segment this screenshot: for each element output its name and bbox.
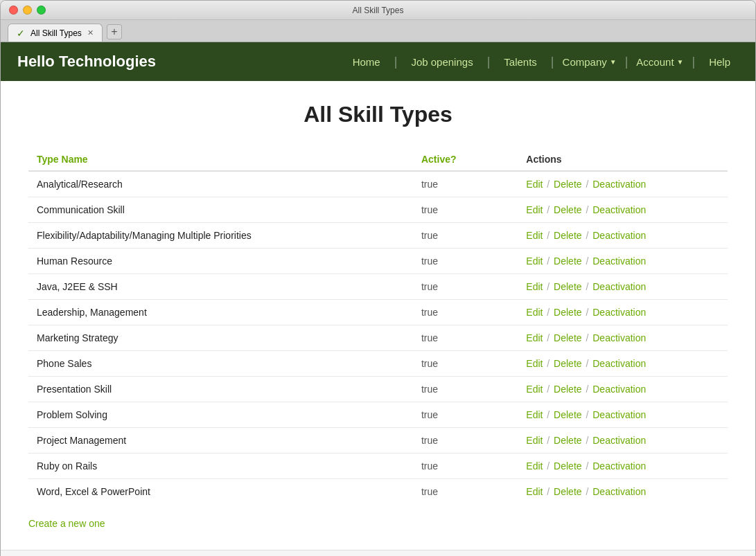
edit-link[interactable]: Edit: [526, 230, 543, 241]
skill-type-actions: Edit / Delete / Deactivation: [518, 428, 728, 454]
skill-type-actions: Edit / Delete / Deactivation: [518, 377, 728, 402]
nav-item-home: Home: [344, 56, 389, 68]
separator: /: [544, 486, 552, 497]
edit-link[interactable]: Edit: [526, 204, 543, 215]
skill-type-name: Leadership, Management: [28, 300, 413, 325]
skill-type-active: true: [413, 325, 518, 351]
edit-link[interactable]: Edit: [526, 460, 543, 472]
separator: /: [544, 204, 552, 215]
deactivation-link[interactable]: Deactivation: [592, 204, 646, 215]
navbar: Hello Technologies Home | Job openings |…: [1, 42, 755, 81]
window-controls: [9, 6, 46, 15]
table-row: Project ManagementtrueEdit / Delete / De…: [28, 428, 728, 454]
company-caret-icon: ▼: [610, 58, 617, 66]
edit-link[interactable]: Edit: [526, 255, 543, 267]
edit-link[interactable]: Edit: [526, 281, 543, 292]
account-caret-icon: ▼: [677, 58, 684, 66]
edit-link[interactable]: Edit: [526, 179, 543, 190]
table-row: Leadership, ManagementtrueEdit / Delete …: [28, 300, 728, 325]
skill-type-name: Human Resource: [28, 249, 413, 274]
deactivation-link[interactable]: Deactivation: [592, 332, 646, 343]
deactivation-link[interactable]: Deactivation: [592, 460, 646, 472]
deactivation-link[interactable]: Deactivation: [592, 486, 646, 497]
browser-tab[interactable]: ✓ All Skill Types ✕: [8, 24, 103, 42]
delete-link[interactable]: Delete: [554, 460, 581, 472]
nav-link-talents[interactable]: Talents: [498, 53, 543, 71]
separator: /: [544, 435, 552, 446]
table-row: Flexibility/Adaptability/Managing Multip…: [28, 223, 728, 249]
tab-bar: ✓ All Skill Types ✕ +: [1, 20, 755, 42]
nav-separator-4: |: [622, 55, 631, 69]
nav-item-account: Account ▼: [633, 44, 686, 80]
separator: /: [544, 384, 552, 395]
check-icon: ✓: [17, 28, 25, 39]
create-new-link[interactable]: Create a new one: [28, 518, 105, 529]
skill-type-name: Analytical/Research: [28, 171, 413, 197]
skill-type-active: true: [413, 454, 518, 479]
deactivation-link[interactable]: Deactivation: [592, 281, 646, 292]
deactivation-link[interactable]: Deactivation: [592, 230, 646, 241]
title-bar: All Skill Types: [1, 1, 755, 20]
edit-link[interactable]: Edit: [526, 358, 543, 369]
nav-item-help: Help: [701, 56, 739, 68]
skill-type-name: Flexibility/Adaptability/Managing Multip…: [28, 223, 413, 249]
minimize-button[interactable]: [23, 6, 32, 15]
edit-link[interactable]: Edit: [526, 435, 543, 446]
deactivation-link[interactable]: Deactivation: [592, 409, 646, 420]
edit-link[interactable]: Edit: [526, 332, 543, 343]
skill-type-name: Problem Solving: [28, 402, 413, 428]
deactivation-link[interactable]: Deactivation: [592, 179, 646, 190]
delete-link[interactable]: Delete: [554, 486, 581, 497]
maximize-button[interactable]: [37, 6, 46, 15]
deactivation-link[interactable]: Deactivation: [592, 255, 646, 267]
skill-type-name: Communication Skill: [28, 197, 413, 223]
delete-link[interactable]: Delete: [554, 179, 581, 190]
delete-link[interactable]: Delete: [554, 435, 581, 446]
nav-links: Home | Job openings | Talents | Company …: [344, 44, 739, 80]
delete-link[interactable]: Delete: [554, 255, 581, 267]
nav-link-job-openings[interactable]: Job openings: [405, 53, 478, 71]
table-row: Human ResourcetrueEdit / Delete / Deacti…: [28, 249, 728, 274]
skill-types-table: Type Name Active? Actions Analytical/Res…: [28, 148, 728, 504]
skill-type-active: true: [413, 428, 518, 454]
edit-link[interactable]: Edit: [526, 409, 543, 420]
deactivation-link[interactable]: Deactivation: [592, 384, 646, 395]
skill-type-name: Java, J2EE & SSH: [28, 274, 413, 300]
new-tab-button[interactable]: +: [107, 24, 122, 39]
nav-link-company[interactable]: Company ▼: [563, 42, 617, 82]
skill-type-actions: Edit / Delete / Deactivation: [518, 479, 728, 505]
nav-link-home[interactable]: Home: [347, 53, 386, 71]
brand-logo: Hello Technologies: [17, 53, 344, 71]
delete-link[interactable]: Delete: [554, 358, 581, 369]
delete-link[interactable]: Delete: [554, 230, 581, 241]
close-button[interactable]: [9, 6, 18, 15]
page-title: All Skill Types: [28, 102, 728, 127]
skill-type-name: Word, Excel & PowerPoint: [28, 479, 413, 505]
skill-type-actions: Edit / Delete / Deactivation: [518, 351, 728, 377]
edit-link[interactable]: Edit: [526, 486, 543, 497]
edit-link[interactable]: Edit: [526, 384, 543, 395]
skill-type-name: Ruby on Rails: [28, 454, 413, 479]
delete-link[interactable]: Delete: [554, 409, 581, 420]
table-row: Java, J2EE & SSHtrueEdit / Delete / Deac…: [28, 274, 728, 300]
edit-link[interactable]: Edit: [526, 307, 543, 318]
nav-link-help[interactable]: Help: [703, 53, 736, 71]
nav-item-talents: Talents: [495, 56, 545, 68]
delete-link[interactable]: Delete: [554, 281, 581, 292]
deactivation-link[interactable]: Deactivation: [592, 435, 646, 446]
tab-close-icon[interactable]: ✕: [87, 28, 94, 37]
delete-link[interactable]: Delete: [554, 384, 581, 395]
separator: /: [544, 230, 552, 241]
col-header-type-name: Type Name: [28, 148, 413, 171]
skill-type-active: true: [413, 351, 518, 377]
window-title: All Skill Types: [353, 6, 404, 15]
nav-link-account[interactable]: Account ▼: [636, 42, 683, 82]
delete-link[interactable]: Delete: [554, 307, 581, 318]
skill-type-active: true: [413, 479, 518, 505]
deactivation-link[interactable]: Deactivation: [592, 358, 646, 369]
delete-link[interactable]: Delete: [554, 204, 581, 215]
skill-type-actions: Edit / Delete / Deactivation: [518, 171, 728, 197]
deactivation-link[interactable]: Deactivation: [592, 307, 646, 318]
footer: PRODUCT Features Pricing DOCUMENT Gettin…: [1, 550, 755, 556]
delete-link[interactable]: Delete: [554, 332, 581, 343]
